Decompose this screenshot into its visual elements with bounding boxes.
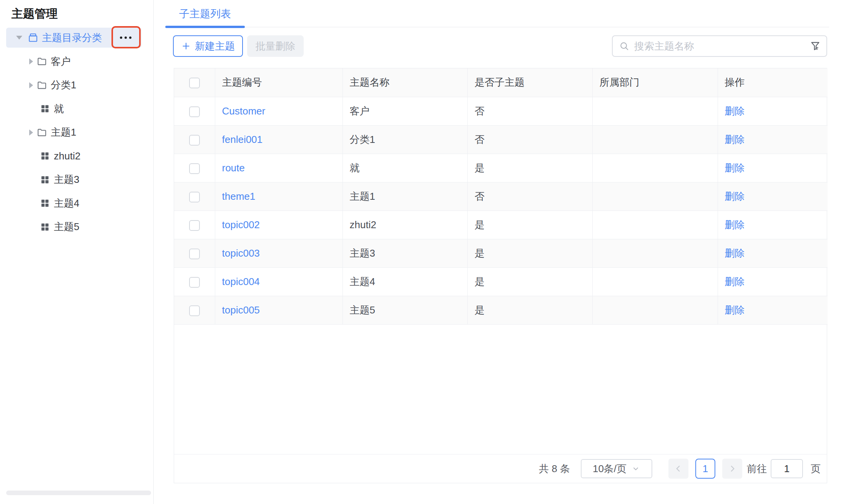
prev-page-button[interactable] — [668, 459, 688, 479]
grid-icon — [40, 151, 50, 161]
topics-table: 主题编号 主题名称 是否子主题 所属部门 操作 Customer 客户 否 — [174, 68, 827, 483]
topic-id-link[interactable]: Customer — [222, 105, 266, 117]
row-checkbox[interactable] — [189, 305, 200, 316]
delete-link[interactable]: 删除 — [725, 105, 745, 117]
caret-right-icon[interactable] — [29, 129, 33, 136]
topic-id-link[interactable]: route — [222, 162, 245, 174]
page-number-button[interactable]: 1 — [695, 459, 715, 479]
sidebar-title: 主题管理 — [12, 6, 58, 22]
select-all-checkbox[interactable] — [189, 78, 200, 88]
batch-delete-button[interactable]: 批量删除 — [247, 35, 304, 57]
tree-item-zhuti5[interactable]: 主题5 — [0, 217, 154, 237]
page-size-select[interactable]: 10条/页 — [581, 459, 652, 478]
dept-cell — [592, 211, 718, 239]
more-button[interactable] — [114, 30, 138, 45]
caret-right-icon[interactable] — [29, 58, 33, 65]
is-sub-cell: 否 — [467, 182, 592, 211]
table-row: topic005 主题5 是 删除 — [174, 296, 828, 324]
tree-item-label: 主题5 — [54, 220, 79, 234]
category-icon — [28, 32, 38, 43]
delete-link[interactable]: 删除 — [725, 191, 745, 202]
topic-name-cell: 分类1 — [342, 125, 467, 154]
grid-icon — [40, 103, 50, 114]
topic-id-link[interactable]: theme1 — [222, 191, 256, 202]
table-header-row: 主题编号 主题名称 是否子主题 所属部门 操作 — [174, 68, 828, 97]
search-box — [612, 35, 827, 57]
is-sub-cell: 是 — [467, 239, 592, 267]
is-sub-cell: 否 — [467, 125, 592, 154]
topic-id-link[interactable]: topic002 — [222, 219, 260, 230]
table-row: topic002 zhuti2 是 删除 — [174, 211, 828, 239]
tree-item-zhuti1[interactable]: 主题1 — [0, 123, 154, 143]
topic-name-cell: 主题4 — [342, 267, 467, 296]
new-topic-label: 新建主题 — [195, 40, 235, 53]
caret-right-icon[interactable] — [29, 82, 33, 88]
tree-root-label: 主题目录分类 — [42, 31, 102, 45]
topic-id-link[interactable]: topic003 — [222, 247, 260, 259]
is-sub-cell: 是 — [467, 154, 592, 182]
dept-cell — [592, 154, 718, 182]
topic-name-cell: 客户 — [342, 97, 467, 125]
dept-cell — [592, 267, 718, 296]
horizontal-scrollbar[interactable] — [6, 491, 151, 495]
delete-link[interactable]: 删除 — [725, 134, 745, 145]
row-checkbox[interactable] — [189, 220, 200, 231]
tree-item-zhuti3[interactable]: 主题3 — [0, 170, 154, 190]
dept-cell — [592, 125, 718, 154]
tree-root-item[interactable]: 主题目录分类 — [6, 28, 141, 48]
row-checkbox[interactable] — [189, 106, 200, 117]
new-topic-button[interactable]: 新建主题 — [173, 35, 243, 57]
grid-icon — [40, 174, 50, 185]
table-row: topic003 主题3 是 删除 — [174, 239, 828, 267]
pagination: 共 8 条 10条/页 1 前往 页 — [174, 454, 827, 483]
topic-name-cell: 就 — [342, 154, 467, 182]
delete-link[interactable]: 删除 — [725, 304, 745, 316]
delete-link[interactable]: 删除 — [725, 276, 745, 287]
tab-sub-topic-list[interactable]: 子主题列表 — [165, 0, 245, 27]
col-department: 所属部门 — [592, 68, 718, 97]
tab-ink-bar — [165, 26, 245, 28]
table-row: fenlei001 分类1 否 删除 — [174, 125, 828, 154]
topic-name-cell: 主题5 — [342, 296, 467, 324]
row-checkbox[interactable] — [189, 277, 200, 288]
tree-item-label: 主题3 — [54, 173, 79, 186]
tree-item-zhuti4[interactable]: 主题4 — [0, 193, 154, 213]
topic-id-link[interactable]: topic005 — [222, 304, 260, 316]
topic-id-link[interactable]: topic004 — [222, 276, 260, 287]
table-row: topic004 主题4 是 删除 — [174, 267, 828, 296]
dept-cell — [592, 97, 718, 125]
caret-down-icon[interactable] — [16, 36, 22, 40]
search-input[interactable] — [634, 40, 809, 52]
tree-item-label: zhuti2 — [54, 150, 80, 162]
tree-item-zhuti2[interactable]: zhuti2 — [0, 146, 154, 166]
goto-page-input[interactable] — [771, 459, 803, 478]
row-checkbox[interactable] — [189, 135, 200, 146]
tab-bar: 子主题列表 — [165, 0, 829, 27]
chevron-down-icon — [631, 464, 640, 473]
dept-cell — [592, 239, 718, 267]
sidebar: 主题管理 主题目录分类 — [0, 0, 154, 504]
page-size-value: 10条/页 — [593, 462, 627, 476]
delete-link[interactable]: 删除 — [725, 247, 745, 259]
search-icon — [619, 41, 630, 51]
delete-link[interactable]: 删除 — [725, 219, 745, 230]
chevron-left-icon — [673, 464, 683, 474]
tree-item-label: 主题4 — [54, 197, 79, 210]
row-checkbox[interactable] — [189, 192, 200, 202]
row-checkbox[interactable] — [189, 163, 200, 174]
tree-item-label: 客户 — [51, 55, 71, 68]
chevron-right-icon — [727, 464, 737, 474]
delete-link[interactable]: 删除 — [725, 162, 745, 174]
tree-item-label: 分类1 — [51, 78, 76, 92]
grid-icon — [40, 222, 50, 232]
row-checkbox[interactable] — [189, 249, 200, 259]
dept-cell — [592, 182, 718, 211]
filter-icon[interactable] — [809, 40, 821, 52]
tree-item-fenlei1[interactable]: 分类1 — [0, 75, 154, 95]
next-page-button[interactable] — [722, 459, 742, 479]
tree-item-customer[interactable]: 客户 — [0, 51, 154, 71]
grid-icon — [40, 198, 50, 209]
topic-id-link[interactable]: fenlei001 — [222, 134, 263, 145]
is-sub-cell: 是 — [467, 296, 592, 324]
tree-item-jiu[interactable]: 就 — [0, 99, 154, 119]
